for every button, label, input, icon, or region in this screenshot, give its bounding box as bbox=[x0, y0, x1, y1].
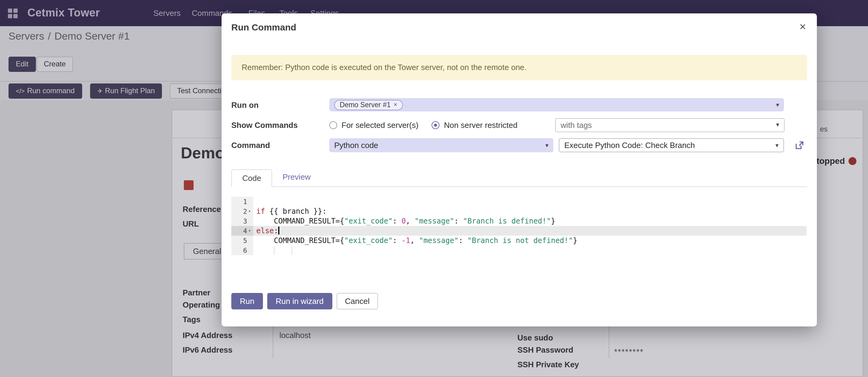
tab-code[interactable]: Code bbox=[231, 169, 272, 187]
command-type-select[interactable]: Python code ▾ bbox=[329, 138, 553, 152]
radio-icon[interactable] bbox=[329, 121, 337, 129]
server-tag[interactable]: Demo Server #1 × bbox=[334, 99, 403, 110]
dialog-title: Run Command bbox=[231, 22, 800, 33]
tag-remove-icon[interactable]: × bbox=[394, 102, 397, 108]
server-tag-label: Demo Server #1 bbox=[340, 101, 391, 108]
fold-arrow-icon[interactable]: ▾ bbox=[247, 209, 252, 214]
run-in-wizard-button[interactable]: Run in wizard bbox=[267, 293, 332, 310]
run-on-label: Run on bbox=[231, 100, 329, 109]
editor-lines: if {{ branch }}: COMMAND_RESULT={"exit_c… bbox=[253, 197, 807, 255]
run-command-dialog: Run Command × Remember: Python code is e… bbox=[222, 13, 817, 326]
close-icon[interactable]: × bbox=[800, 22, 806, 32]
cancel-button[interactable]: Cancel bbox=[336, 293, 378, 310]
gutter-line-number[interactable]: 4▾ bbox=[231, 226, 253, 236]
chevron-down-icon[interactable]: ▾ bbox=[546, 138, 549, 152]
chevron-down-icon[interactable]: ▾ bbox=[776, 102, 779, 108]
notebook-tabs: Code Preview bbox=[231, 169, 807, 187]
code-line[interactable]: else: bbox=[253, 226, 807, 236]
with-tags-select[interactable]: with tags ▾ bbox=[555, 118, 785, 132]
command-row: Command Python code ▾ Execute Python Cod… bbox=[231, 138, 807, 152]
gutter-line-number[interactable]: 2▾ bbox=[231, 206, 253, 216]
run-on-row: Run on Demo Server #1 × ▾ bbox=[231, 98, 807, 112]
code-line[interactable] bbox=[253, 245, 807, 255]
gutter-line-number[interactable]: 6 bbox=[231, 245, 253, 255]
screen: Cetmix Tower Servers Commands Files Tool… bbox=[0, 0, 868, 377]
code-line[interactable] bbox=[253, 197, 807, 206]
radio-for-selected-servers[interactable]: For selected server(s) bbox=[329, 120, 418, 129]
code-line[interactable]: COMMAND_RESULT={"exit_code": 0, "message… bbox=[253, 216, 807, 226]
chevron-down-icon[interactable]: ▾ bbox=[776, 118, 779, 131]
fold-arrow-icon[interactable]: ▾ bbox=[247, 228, 252, 233]
radio-label: Non server restricted bbox=[444, 120, 517, 129]
code-line[interactable]: if {{ branch }}: bbox=[253, 206, 807, 216]
external-link-icon[interactable] bbox=[794, 140, 805, 150]
command-select[interactable]: Execute Python Code: Check Branch ▾ bbox=[559, 138, 784, 152]
editor-gutter: 12▾34▾56 bbox=[231, 197, 253, 255]
gutter-line-number[interactable]: 5 bbox=[231, 236, 253, 245]
dialog-footer: Run Run in wizard Cancel bbox=[231, 293, 807, 310]
radio-label: For selected server(s) bbox=[341, 120, 418, 129]
run-command-form: Run on Demo Server #1 × ▾ Show Commands bbox=[231, 98, 807, 152]
warning-alert: Remember: Python code is executed on the… bbox=[231, 55, 807, 80]
command-label: Command bbox=[231, 141, 329, 150]
code-editor[interactable]: 12▾34▾56 if {{ branch }}: COMMAND_RESULT… bbox=[231, 197, 807, 255]
gutter-line-number[interactable]: 3 bbox=[231, 216, 253, 226]
run-on-field[interactable]: Demo Server #1 × ▾ bbox=[329, 98, 784, 112]
show-commands-row: Show Commands For selected server(s) Non… bbox=[231, 118, 807, 132]
show-commands-label: Show Commands bbox=[231, 120, 329, 129]
text-cursor bbox=[278, 227, 279, 234]
gutter-line-number[interactable]: 1 bbox=[231, 197, 253, 206]
dialog-header: Run Command × bbox=[222, 13, 817, 33]
radio-non-server-restricted[interactable]: Non server restricted bbox=[432, 120, 517, 129]
chevron-down-icon[interactable]: ▾ bbox=[775, 139, 778, 151]
tab-preview[interactable]: Preview bbox=[272, 169, 321, 186]
radio-selected-icon[interactable] bbox=[432, 121, 440, 129]
dialog-body: Remember: Python code is executed on the… bbox=[222, 55, 817, 310]
code-line[interactable]: COMMAND_RESULT={"exit_code": -1, "messag… bbox=[253, 236, 807, 245]
run-button[interactable]: Run bbox=[231, 293, 263, 310]
